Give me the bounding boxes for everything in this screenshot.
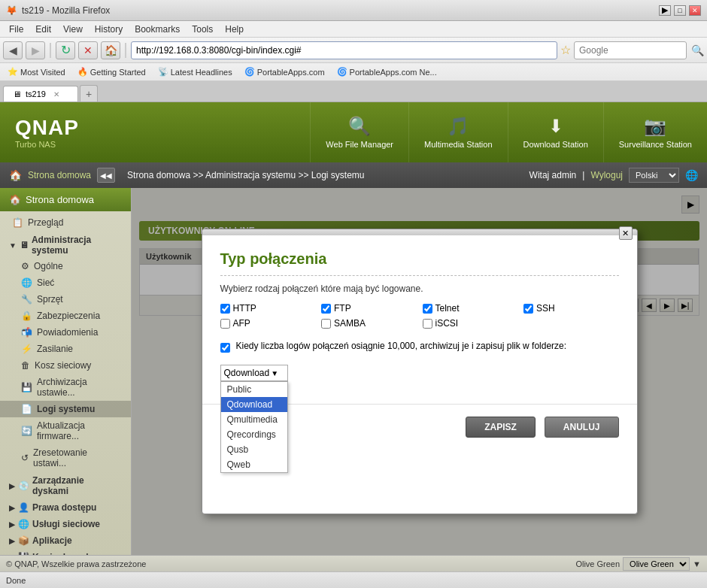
sidebar-item-siec[interactable]: 🌐 Sieć — [0, 274, 131, 291]
breadcrumb-collapse-button[interactable]: ◀◀ — [97, 168, 115, 183]
afp-checkbox[interactable] — [220, 319, 230, 329]
close-button[interactable]: ✕ — [689, 5, 701, 16]
dropdown-option-public[interactable]: Public — [221, 382, 287, 397]
sidebar-item-aktualizacja[interactable]: 🔄 Aktualizacja firmware... — [0, 417, 131, 444]
download-icon: ⬇ — [548, 116, 563, 137]
home-button[interactable]: 🏠 — [101, 41, 120, 59]
browser-titlebar: 🦊 ts219 - Mozilla Firefox ▶ □ ✕ — [0, 0, 707, 21]
dropdown-option-qmultimedia[interactable]: Qmultimedia — [221, 412, 287, 427]
http-checkbox[interactable] — [220, 304, 230, 314]
theme-select[interactable]: Olive Green Blue — [623, 557, 690, 571]
bookmark-latest-headlines[interactable]: 📡 Latest Headlines — [153, 65, 237, 78]
sidebar-item-przeglad[interactable]: 📋 Przegląd — [0, 214, 131, 231]
menu-file[interactable]: File — [3, 23, 29, 36]
home-label[interactable]: Strona domowa — [28, 170, 91, 180]
search-input[interactable] — [574, 41, 687, 59]
bookmark-most-visited[interactable]: ⭐ Most Visited — [3, 65, 70, 78]
sidebar-item-ogolne[interactable]: ⚙ Ogólne — [0, 258, 131, 274]
breadcrumb-path: Strona domowa >> Administracja systemu >… — [127, 170, 365, 180]
headlines-icon: 📡 — [158, 67, 168, 77]
archive-row: Kiedy liczba logów połączeń osiągnie 10,… — [220, 341, 619, 353]
nav-app-download-label: Download Station — [523, 140, 588, 149]
sidebar-group-prawa[interactable]: ▶ 👤 Prawa dostępu — [0, 499, 131, 515]
forward-button[interactable]: ▶ — [26, 41, 45, 59]
modal-body: Typ połączenia Wybierz rodzaj połączeń k… — [202, 235, 637, 396]
nav-app-download-station[interactable]: ⬇ Download Station — [508, 102, 603, 162]
sidebar-group-uslugi[interactable]: ▶ 🌐 Usługi sieciowe — [0, 515, 131, 532]
maximize-button[interactable]: □ — [674, 5, 686, 16]
sidebar-item-kosz[interactable]: 🗑 Kosz sieciowy — [0, 357, 131, 374]
modal-divider — [220, 275, 619, 276]
siec-icon: 🌐 — [21, 277, 32, 288]
cancel-button[interactable]: ANULUJ — [545, 417, 619, 438]
dropdown-option-qusb[interactable]: Qusb — [221, 442, 287, 457]
sidebar-group-aplikacje[interactable]: ▶ 📦 Aplikacje — [0, 532, 131, 548]
getting-started-icon: 🔥 — [77, 67, 88, 77]
sidebar-group-kopia[interactable]: ▶ 💾 Kopia danych — [0, 548, 131, 555]
qnap-breadcrumb: 🏠 Strona domowa ◀◀ Strona domowa >> Admi… — [0, 162, 707, 188]
modal-close-button[interactable]: ✕ — [619, 226, 633, 240]
minimize-button[interactable]: ▶ — [659, 5, 671, 16]
copyright-text: © QNAP, Wszelkie prawa zastrzeżone — [6, 559, 146, 568]
logout-link[interactable]: Wyloguj — [590, 170, 623, 180]
dropdown-option-qrecordings[interactable]: Qrecordings — [221, 427, 287, 442]
sidebar-item-logi[interactable]: 📄 Logi systemu — [0, 401, 131, 417]
checkbox-iscsi: iSCSI — [423, 318, 518, 329]
star-icon[interactable]: ☆ — [560, 43, 571, 57]
bookmark-getting-started[interactable]: 🔥 Getting Started — [73, 65, 150, 78]
menu-help[interactable]: Help — [219, 23, 250, 36]
aktual-icon: 🔄 — [21, 426, 32, 436]
tab-ts219[interactable]: 🖥 ts219 ✕ — [3, 86, 78, 102]
menu-edit[interactable]: Edit — [29, 23, 57, 36]
tab-title: ts219 — [26, 89, 46, 99]
ssh-checkbox[interactable] — [523, 304, 533, 314]
checkbox-ftp: FTP — [321, 303, 417, 314]
home-icon: 🏠 — [9, 169, 22, 181]
menu-bookmarks[interactable]: Bookmarks — [129, 23, 186, 36]
save-button[interactable]: ZAPISZ — [466, 417, 536, 438]
sidebar-group-zarzadzanie[interactable]: ▶ 💿 Zarządzanie dyskami — [0, 471, 131, 499]
samba-checkbox[interactable] — [321, 319, 331, 329]
dropdown-option-qdownload[interactable]: Qdownload — [221, 397, 287, 412]
back-button[interactable]: ◀ — [3, 41, 23, 59]
web-file-manager-icon: 🔍 — [348, 116, 371, 137]
nav-app-web-file-manager[interactable]: 🔍 Web File Manager — [310, 102, 408, 162]
sidebar-item-zresetowanie[interactable]: ↺ Zresetowanie ustawi... — [0, 444, 131, 471]
przeglad-icon: 📋 — [12, 217, 23, 228]
tab-close-icon[interactable]: ✕ — [53, 90, 59, 99]
sidebar-group-admin[interactable]: ▼ 🖥 Administracja systemu — [0, 231, 131, 258]
dropdown-option-qweb[interactable]: Qweb — [221, 457, 287, 472]
archive-checkbox[interactable] — [220, 343, 230, 353]
iscsi-checkbox[interactable] — [423, 319, 432, 329]
language-select[interactable]: Polski English — [629, 168, 679, 183]
bookmark-portableapps[interactable]: 🌀 PortableApps.com — [240, 65, 329, 78]
ftp-checkbox[interactable] — [321, 304, 331, 314]
sidebar-admin-label: Administracja systemu — [32, 235, 122, 256]
breadcrumb-left: 🏠 Strona domowa ◀◀ Strona domowa >> Admi… — [9, 168, 365, 183]
sidebar-item-sprzet[interactable]: 🔧 Sprzęt — [0, 291, 131, 308]
stop-button[interactable]: ✕ — [78, 41, 98, 59]
telnet-checkbox[interactable] — [423, 304, 432, 314]
bookmark-portableapps-ne[interactable]: 🌀 PortableApps.com Ne... — [332, 65, 441, 78]
qnap-status-bar: © QNAP, Wszelkie prawa zastrzeżone Olive… — [0, 555, 707, 571]
sidebar-item-zabezpieczenia[interactable]: 🔒 Zabezpieczenia — [0, 308, 131, 324]
nav-app-surveillance-station[interactable]: 📷 Surveillance Station — [603, 102, 707, 162]
menu-history[interactable]: History — [89, 23, 129, 36]
sidebar-home-label: Strona domowa — [26, 194, 94, 205]
sidebar-item-zasilanie[interactable]: ⚡ Zasilanie — [0, 341, 131, 357]
refresh-button[interactable]: ↻ — [56, 41, 75, 59]
folder-dropdown-button[interactable]: Qdownload ▼ — [220, 365, 288, 381]
checkbox-ssh: SSH — [523, 303, 619, 314]
sidebar-item-powiadomienia[interactable]: 📬 Powiadomienia — [0, 324, 131, 341]
new-tab-button[interactable]: + — [80, 85, 98, 102]
sidebar-home[interactable]: 🏠 Strona domowa — [0, 188, 131, 211]
url-input[interactable] — [131, 41, 557, 59]
modal-titlebar: ✕ — [202, 229, 637, 235]
menu-view[interactable]: View — [57, 23, 89, 36]
ftp-label: FTP — [334, 303, 351, 314]
sidebar-item-archiwizacja[interactable]: 💾 Archiwizacja ustawie... — [0, 374, 131, 401]
menu-tools[interactable]: Tools — [186, 23, 219, 36]
search-icon[interactable]: 🔍 — [691, 44, 704, 56]
admin-icon: 🖥 — [20, 240, 29, 250]
nav-app-multimedia-station[interactable]: 🎵 Multimedia Station — [408, 102, 508, 162]
